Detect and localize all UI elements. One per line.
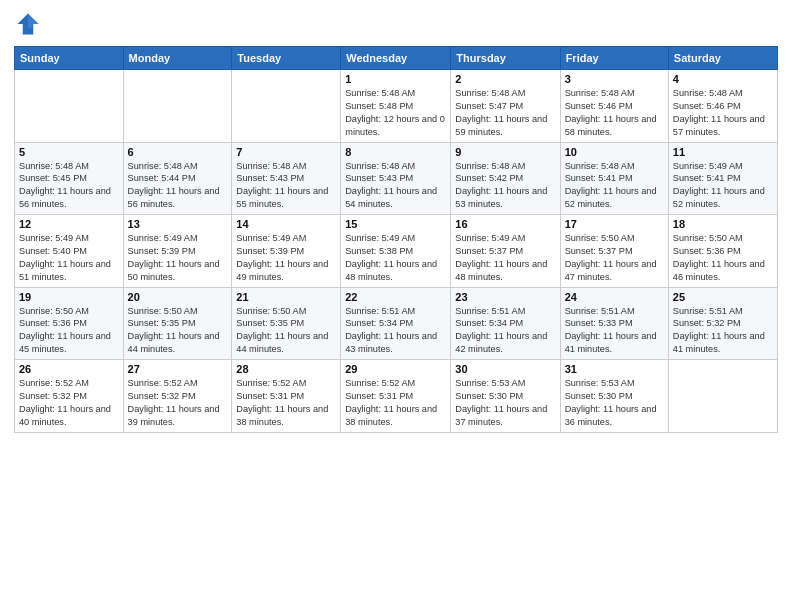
calendar-cell: 25Sunrise: 5:51 AM Sunset: 5:32 PM Dayli… — [668, 287, 777, 360]
day-info: Sunrise: 5:50 AM Sunset: 5:35 PM Dayligh… — [236, 305, 336, 357]
calendar-week-1: 5Sunrise: 5:48 AM Sunset: 5:45 PM Daylig… — [15, 142, 778, 215]
day-number: 26 — [19, 363, 119, 375]
day-number: 3 — [565, 73, 664, 85]
weekday-header-tuesday: Tuesday — [232, 47, 341, 70]
day-number: 30 — [455, 363, 555, 375]
calendar-cell: 13Sunrise: 5:49 AM Sunset: 5:39 PM Dayli… — [123, 215, 232, 288]
day-number: 18 — [673, 218, 773, 230]
day-number: 10 — [565, 146, 664, 158]
calendar-cell — [668, 360, 777, 433]
calendar-cell: 3Sunrise: 5:48 AM Sunset: 5:46 PM Daylig… — [560, 70, 668, 143]
calendar-cell: 2Sunrise: 5:48 AM Sunset: 5:47 PM Daylig… — [451, 70, 560, 143]
day-info: Sunrise: 5:48 AM Sunset: 5:48 PM Dayligh… — [345, 87, 446, 139]
day-number: 24 — [565, 291, 664, 303]
day-info: Sunrise: 5:48 AM Sunset: 5:43 PM Dayligh… — [345, 160, 446, 212]
calendar-cell: 30Sunrise: 5:53 AM Sunset: 5:30 PM Dayli… — [451, 360, 560, 433]
day-info: Sunrise: 5:50 AM Sunset: 5:37 PM Dayligh… — [565, 232, 664, 284]
calendar-cell: 29Sunrise: 5:52 AM Sunset: 5:31 PM Dayli… — [341, 360, 451, 433]
day-info: Sunrise: 5:51 AM Sunset: 5:32 PM Dayligh… — [673, 305, 773, 357]
day-info: Sunrise: 5:50 AM Sunset: 5:36 PM Dayligh… — [19, 305, 119, 357]
calendar-cell: 12Sunrise: 5:49 AM Sunset: 5:40 PM Dayli… — [15, 215, 124, 288]
day-number: 28 — [236, 363, 336, 375]
calendar-cell: 18Sunrise: 5:50 AM Sunset: 5:36 PM Dayli… — [668, 215, 777, 288]
calendar-cell: 31Sunrise: 5:53 AM Sunset: 5:30 PM Dayli… — [560, 360, 668, 433]
day-info: Sunrise: 5:50 AM Sunset: 5:36 PM Dayligh… — [673, 232, 773, 284]
calendar-cell: 23Sunrise: 5:51 AM Sunset: 5:34 PM Dayli… — [451, 287, 560, 360]
calendar-cell: 10Sunrise: 5:48 AM Sunset: 5:41 PM Dayli… — [560, 142, 668, 215]
weekday-header-saturday: Saturday — [668, 47, 777, 70]
day-number: 23 — [455, 291, 555, 303]
calendar-body: 1Sunrise: 5:48 AM Sunset: 5:48 PM Daylig… — [15, 70, 778, 433]
weekday-header-thursday: Thursday — [451, 47, 560, 70]
calendar-cell: 14Sunrise: 5:49 AM Sunset: 5:39 PM Dayli… — [232, 215, 341, 288]
day-info: Sunrise: 5:52 AM Sunset: 5:32 PM Dayligh… — [128, 377, 228, 429]
day-info: Sunrise: 5:49 AM Sunset: 5:38 PM Dayligh… — [345, 232, 446, 284]
calendar-week-0: 1Sunrise: 5:48 AM Sunset: 5:48 PM Daylig… — [15, 70, 778, 143]
day-number: 5 — [19, 146, 119, 158]
calendar-cell — [232, 70, 341, 143]
day-number: 27 — [128, 363, 228, 375]
day-number: 8 — [345, 146, 446, 158]
day-number: 11 — [673, 146, 773, 158]
calendar-cell: 7Sunrise: 5:48 AM Sunset: 5:43 PM Daylig… — [232, 142, 341, 215]
day-number: 9 — [455, 146, 555, 158]
day-number: 7 — [236, 146, 336, 158]
day-info: Sunrise: 5:50 AM Sunset: 5:35 PM Dayligh… — [128, 305, 228, 357]
calendar-cell: 22Sunrise: 5:51 AM Sunset: 5:34 PM Dayli… — [341, 287, 451, 360]
day-number: 29 — [345, 363, 446, 375]
day-info: Sunrise: 5:48 AM Sunset: 5:46 PM Dayligh… — [565, 87, 664, 139]
calendar-cell: 20Sunrise: 5:50 AM Sunset: 5:35 PM Dayli… — [123, 287, 232, 360]
day-info: Sunrise: 5:49 AM Sunset: 5:40 PM Dayligh… — [19, 232, 119, 284]
day-number: 12 — [19, 218, 119, 230]
day-info: Sunrise: 5:48 AM Sunset: 5:41 PM Dayligh… — [565, 160, 664, 212]
day-info: Sunrise: 5:48 AM Sunset: 5:47 PM Dayligh… — [455, 87, 555, 139]
calendar-cell: 1Sunrise: 5:48 AM Sunset: 5:48 PM Daylig… — [341, 70, 451, 143]
calendar-cell: 15Sunrise: 5:49 AM Sunset: 5:38 PM Dayli… — [341, 215, 451, 288]
calendar-cell: 9Sunrise: 5:48 AM Sunset: 5:42 PM Daylig… — [451, 142, 560, 215]
day-info: Sunrise: 5:48 AM Sunset: 5:46 PM Dayligh… — [673, 87, 773, 139]
calendar-week-3: 19Sunrise: 5:50 AM Sunset: 5:36 PM Dayli… — [15, 287, 778, 360]
calendar-week-4: 26Sunrise: 5:52 AM Sunset: 5:32 PM Dayli… — [15, 360, 778, 433]
day-number: 20 — [128, 291, 228, 303]
day-number: 2 — [455, 73, 555, 85]
day-info: Sunrise: 5:49 AM Sunset: 5:37 PM Dayligh… — [455, 232, 555, 284]
day-info: Sunrise: 5:49 AM Sunset: 5:41 PM Dayligh… — [673, 160, 773, 212]
day-info: Sunrise: 5:49 AM Sunset: 5:39 PM Dayligh… — [128, 232, 228, 284]
day-info: Sunrise: 5:48 AM Sunset: 5:43 PM Dayligh… — [236, 160, 336, 212]
day-info: Sunrise: 5:48 AM Sunset: 5:42 PM Dayligh… — [455, 160, 555, 212]
day-info: Sunrise: 5:53 AM Sunset: 5:30 PM Dayligh… — [565, 377, 664, 429]
calendar-cell — [123, 70, 232, 143]
calendar-cell: 28Sunrise: 5:52 AM Sunset: 5:31 PM Dayli… — [232, 360, 341, 433]
day-info: Sunrise: 5:52 AM Sunset: 5:31 PM Dayligh… — [236, 377, 336, 429]
day-info: Sunrise: 5:49 AM Sunset: 5:39 PM Dayligh… — [236, 232, 336, 284]
logo — [14, 10, 46, 38]
day-info: Sunrise: 5:51 AM Sunset: 5:33 PM Dayligh… — [565, 305, 664, 357]
calendar-table: SundayMondayTuesdayWednesdayThursdayFrid… — [14, 46, 778, 433]
day-number: 21 — [236, 291, 336, 303]
day-number: 19 — [19, 291, 119, 303]
day-number: 15 — [345, 218, 446, 230]
day-info: Sunrise: 5:53 AM Sunset: 5:30 PM Dayligh… — [455, 377, 555, 429]
day-info: Sunrise: 5:48 AM Sunset: 5:45 PM Dayligh… — [19, 160, 119, 212]
day-number: 4 — [673, 73, 773, 85]
calendar-cell: 16Sunrise: 5:49 AM Sunset: 5:37 PM Dayli… — [451, 215, 560, 288]
calendar-cell: 27Sunrise: 5:52 AM Sunset: 5:32 PM Dayli… — [123, 360, 232, 433]
calendar-cell: 6Sunrise: 5:48 AM Sunset: 5:44 PM Daylig… — [123, 142, 232, 215]
calendar-cell: 5Sunrise: 5:48 AM Sunset: 5:45 PM Daylig… — [15, 142, 124, 215]
weekday-header-sunday: Sunday — [15, 47, 124, 70]
day-info: Sunrise: 5:52 AM Sunset: 5:31 PM Dayligh… — [345, 377, 446, 429]
header — [14, 10, 778, 38]
calendar-header: SundayMondayTuesdayWednesdayThursdayFrid… — [15, 47, 778, 70]
svg-marker-1 — [28, 14, 39, 28]
day-number: 16 — [455, 218, 555, 230]
calendar-cell: 19Sunrise: 5:50 AM Sunset: 5:36 PM Dayli… — [15, 287, 124, 360]
day-number: 1 — [345, 73, 446, 85]
calendar-cell — [15, 70, 124, 143]
day-number: 17 — [565, 218, 664, 230]
day-number: 6 — [128, 146, 228, 158]
weekday-header-monday: Monday — [123, 47, 232, 70]
logo-icon — [14, 10, 42, 38]
calendar-cell: 21Sunrise: 5:50 AM Sunset: 5:35 PM Dayli… — [232, 287, 341, 360]
page: SundayMondayTuesdayWednesdayThursdayFrid… — [0, 0, 792, 612]
day-number: 31 — [565, 363, 664, 375]
